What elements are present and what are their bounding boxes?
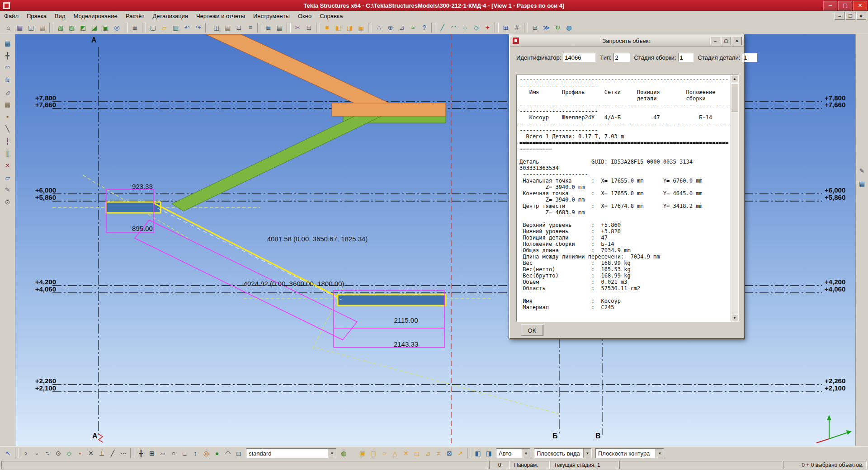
parallel-lines-icon[interactable]: ∥ (2, 148, 13, 159)
snap-tangent-icon[interactable]: ◠ (222, 448, 233, 459)
delete-tool-icon[interactable]: ✕ (2, 160, 13, 171)
world-icon[interactable]: ◍ (563, 22, 575, 33)
clipboard-grid-icon[interactable]: ⊞ (500, 22, 511, 33)
notes-pen-icon[interactable]: ✎ (856, 165, 868, 176)
redo-icon[interactable]: ↷ (193, 22, 204, 33)
snap-line-icon[interactable]: ╱ (107, 448, 118, 459)
auto-combo[interactable]: Авто ▼ (496, 448, 530, 458)
beam-selected-top[interactable] (106, 202, 160, 213)
globe-icon[interactable]: ◍ (338, 448, 349, 459)
snap-ortho-icon[interactable]: ∟ (179, 448, 190, 459)
assembly-phase-field[interactable] (678, 53, 693, 62)
snap-midpoint-icon[interactable]: ◇ (64, 448, 75, 459)
dialog-close-button[interactable]: ✕ (732, 37, 742, 45)
menu-analysis[interactable]: Расчёт (122, 11, 149, 21)
menu-modeling[interactable]: Моделирование (69, 11, 121, 21)
phase-manager-icon[interactable]: ▣ (100, 22, 111, 33)
publish-icon[interactable]: ≫ (541, 22, 552, 33)
select-surfaces-icon[interactable]: △ (390, 448, 401, 459)
point-tool-icon[interactable]: ▪ (2, 111, 13, 122)
child-minimize-button[interactable]: – (835, 12, 844, 20)
dropdown-arrow-icon[interactable]: ▼ (522, 449, 530, 458)
clipboard-panel-icon[interactable]: ▤ (856, 178, 868, 189)
paint-icon[interactable]: ▦ (2, 99, 13, 110)
select-views-icon[interactable]: ⊠ (444, 448, 455, 459)
open-model-icon[interactable]: ⌂ (3, 22, 14, 33)
list-create-icon[interactable]: ≣ (263, 22, 274, 33)
pour-break-icon[interactable]: ◧ (333, 22, 344, 33)
dialog-maximize-button[interactable]: ▢ (721, 37, 731, 45)
snap-lock-icon[interactable]: ◻ (233, 448, 244, 459)
select-assemblies-icon[interactable]: ↗ (455, 448, 466, 459)
fit-part-icon[interactable]: ⊟ (303, 22, 315, 33)
select-points-icon[interactable]: ✕ (401, 448, 411, 459)
construction-arc-icon[interactable]: ◠ (448, 22, 459, 33)
contour-planes-combo[interactable]: Плоскости контура ▼ (595, 448, 664, 458)
snap-reference-icon[interactable]: ∘ (20, 448, 31, 459)
construction-line-icon[interactable]: ╱ (437, 22, 448, 33)
context-help-icon[interactable]: ? (419, 22, 430, 33)
select-cuts-icon[interactable]: ≠ (433, 448, 444, 459)
beam-orange-landing[interactable] (332, 103, 446, 116)
polyline-tool-icon[interactable]: ┆ (2, 136, 13, 146)
select-all-icon[interactable]: ▣ (357, 448, 368, 459)
undo-icon[interactable]: ↶ (181, 22, 193, 33)
pour-unit-icon[interactable]: ■ (321, 22, 333, 33)
pour-object-icon[interactable]: ◨ (344, 22, 355, 33)
dialog-minimize-button[interactable]: – (710, 37, 720, 45)
snap-plane-icon[interactable]: ▱ (157, 448, 168, 459)
custom-component-icon[interactable]: ◩ (77, 22, 89, 33)
dialog-title-bar[interactable]: Запросить объект – ▢ ✕ (510, 35, 744, 47)
minimize-button[interactable]: – (823, 1, 837, 10)
snap-intersection-icon[interactable]: ✕ (85, 448, 96, 459)
sketch-pen-icon[interactable]: ✎ (2, 184, 13, 195)
snap-override-icon[interactable]: ◎ (201, 448, 212, 459)
refresh-icon[interactable]: ↻ (552, 22, 563, 33)
zoom-original-icon[interactable]: ◎ (111, 22, 123, 33)
type-field[interactable] (613, 53, 630, 62)
menu-edit[interactable]: Правка (23, 11, 51, 21)
view-properties-icon[interactable]: ▤ (2, 38, 13, 49)
paste-icon[interactable]: ▤ (222, 22, 233, 33)
bolt-icon[interactable]: ⊕ (385, 22, 396, 33)
construction-circle-icon[interactable]: ○ (459, 22, 471, 33)
drag-drop-icon[interactable]: ◧ (472, 448, 483, 459)
child-restore-button[interactable]: ❐ (845, 12, 855, 20)
component-macro-icon[interactable]: ▨ (66, 22, 77, 33)
pan-icon[interactable]: ╋ (2, 50, 13, 61)
inquiry-report-area[interactable]: ----------------------------------------… (516, 75, 739, 322)
render-view-icon[interactable]: ▤ (37, 22, 48, 33)
identifier-field[interactable] (563, 53, 595, 62)
menu-detailing[interactable]: Детализация (148, 11, 192, 21)
select-components-icon[interactable]: ▢ (368, 448, 379, 459)
snap-point-icon[interactable]: ⊙ (53, 448, 64, 459)
line-tool-icon[interactable]: ╲ (2, 123, 13, 134)
scroll-thumb[interactable] (731, 83, 738, 112)
snap-endpoint-icon[interactable]: ▪ (75, 448, 85, 459)
scroll-up-icon[interactable]: ▲ (731, 75, 738, 82)
fly-through-icon[interactable]: ≋ (2, 75, 13, 85)
snap-free-icon[interactable]: ○ (168, 448, 179, 459)
copy-icon[interactable]: ◫ (211, 22, 222, 33)
select-parts-icon[interactable]: ○ (379, 448, 390, 459)
snap-any-icon[interactable]: ╋ (136, 448, 146, 459)
rebar-icon[interactable]: ≈ (407, 22, 419, 33)
construction-polygon-icon[interactable]: ◇ (471, 22, 482, 33)
snap-depth-icon[interactable]: ↕ (190, 448, 201, 459)
select-welds-icon[interactable]: ⊿ (422, 448, 433, 459)
report-scrollbar[interactable]: ▲ ▼ (731, 75, 738, 321)
close-button[interactable]: ✕ (853, 1, 867, 10)
snap-extension-icon[interactable]: ⋯ (118, 448, 129, 459)
snap-grid-icon[interactable]: ⊞ (146, 448, 157, 459)
cut-part-icon[interactable]: ✂ (292, 22, 303, 33)
component-editor-icon[interactable]: ◪ (89, 22, 100, 33)
menu-view[interactable]: Вид (51, 11, 70, 21)
select-pointer-icon[interactable]: ↖ (3, 448, 14, 459)
beam-green-flight[interactable] (172, 108, 382, 211)
create-point-icon[interactable]: ∴ (373, 22, 385, 33)
grid-properties-icon[interactable]: ▦ (14, 22, 25, 33)
scroll-down-icon[interactable]: ▼ (731, 314, 738, 321)
child-close-button[interactable]: ✕ (856, 12, 866, 20)
menu-tools[interactable]: Инструменты (249, 11, 294, 21)
component-catalog-icon[interactable]: ▧ (55, 22, 66, 33)
